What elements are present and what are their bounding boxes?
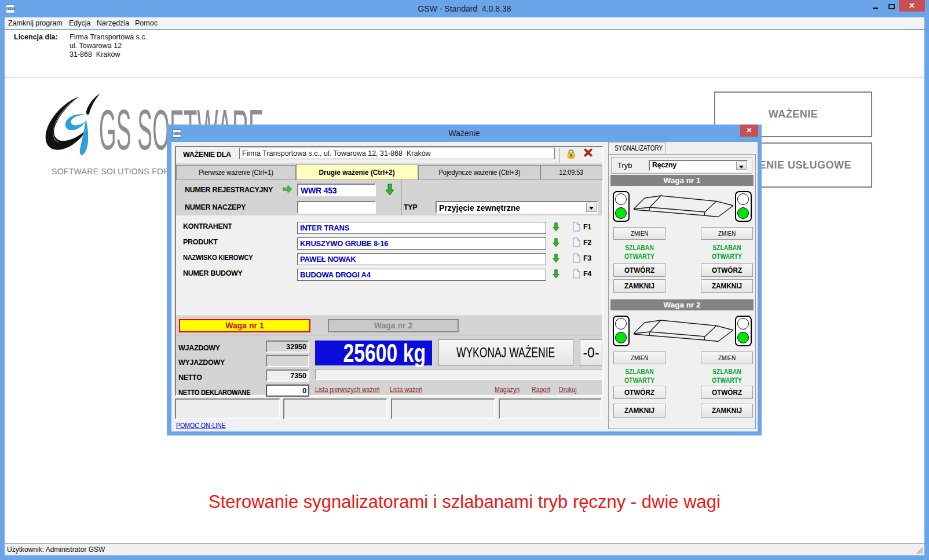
svg-text:SOFTWARE SOLUTIONS FOR B: SOFTWARE SOLUTIONS FOR B — [52, 167, 177, 176]
